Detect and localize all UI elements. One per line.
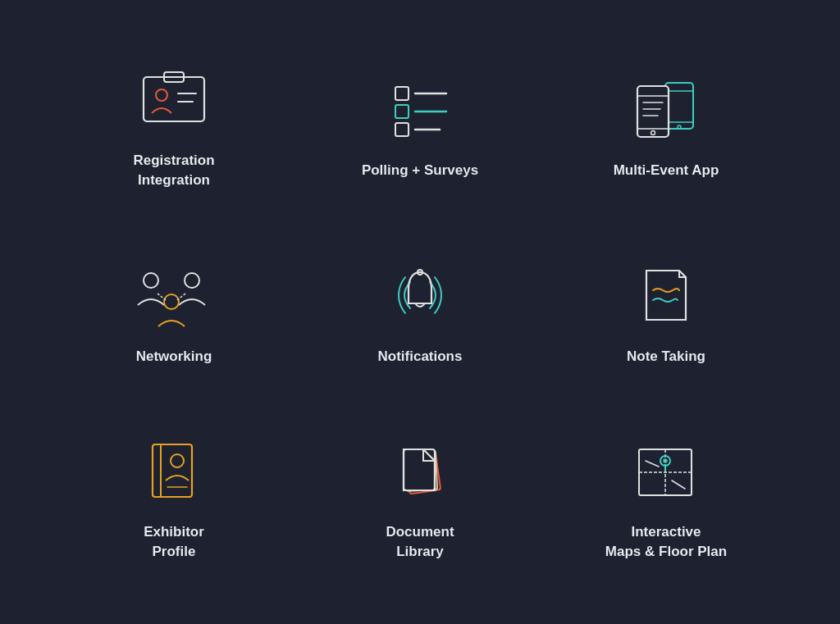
svg-rect-28 xyxy=(153,444,192,497)
maps-icon xyxy=(625,434,707,508)
maps-label: Interactive Maps & Floor Plan xyxy=(605,522,727,562)
cell-registration: Registration Integration xyxy=(51,34,297,220)
polling-icon xyxy=(379,72,461,146)
svg-rect-7 xyxy=(395,105,409,118)
networking-label: Networking xyxy=(136,347,212,367)
svg-point-22 xyxy=(144,273,158,288)
notifications-icon xyxy=(379,258,461,332)
svg-line-39 xyxy=(672,481,685,489)
notetaking-icon xyxy=(625,258,707,332)
networking-icon xyxy=(133,258,215,332)
cell-notifications: Notifications xyxy=(297,219,543,405)
documents-label: Document Library xyxy=(386,522,454,562)
exhibitor-icon xyxy=(133,434,215,508)
svg-point-23 xyxy=(185,273,199,288)
svg-point-24 xyxy=(164,294,179,309)
svg-rect-9 xyxy=(395,123,409,136)
svg-point-2 xyxy=(156,89,167,101)
cell-maps: Interactive Maps & Floor Plan xyxy=(543,405,789,591)
polling-label: Polling + Surveys xyxy=(362,161,478,180)
feature-grid: Registration Integration Polling + Surve… xyxy=(51,34,789,591)
cell-notetaking: Note Taking xyxy=(543,219,789,405)
documents-icon xyxy=(379,434,461,508)
svg-point-30 xyxy=(171,454,184,467)
registration-icon xyxy=(133,62,215,136)
svg-line-38 xyxy=(646,461,659,467)
svg-line-26 xyxy=(177,294,185,300)
notifications-label: Notifications xyxy=(378,347,463,367)
multievent-icon xyxy=(625,72,707,146)
multievent-label: Multi-Event App xyxy=(614,161,719,180)
cell-networking: Networking xyxy=(51,219,297,405)
svg-point-14 xyxy=(678,125,681,129)
svg-rect-5 xyxy=(395,87,409,100)
cell-multievent: Multi-Event App xyxy=(543,34,789,220)
exhibitor-label: Exhibitor Profile xyxy=(144,522,204,562)
cell-polling: Polling + Surveys xyxy=(297,34,543,220)
notetaking-label: Note Taking xyxy=(627,347,705,367)
svg-line-25 xyxy=(158,294,166,300)
registration-label: Registration Integration xyxy=(133,151,214,190)
cell-documents: Document Library xyxy=(297,405,543,591)
svg-rect-0 xyxy=(144,77,204,121)
cell-exhibitor: Exhibitor Profile xyxy=(51,405,297,591)
